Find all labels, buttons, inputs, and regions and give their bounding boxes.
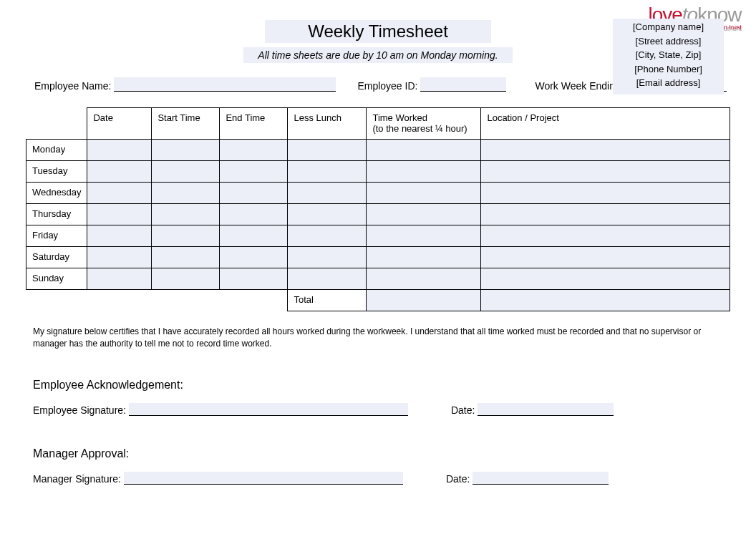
employee-sig-label: Employee Signature:: [33, 404, 126, 416]
header-location: Location / Project: [481, 108, 730, 140]
sun-start[interactable]: [152, 268, 220, 290]
day-sunday: Sunday: [26, 268, 87, 290]
tue-lunch[interactable]: [288, 161, 367, 183]
fri-loc[interactable]: [481, 225, 730, 247]
wed-loc[interactable]: [481, 183, 730, 204]
employee-date-input[interactable]: [478, 403, 614, 416]
company-name: [Company name]: [633, 20, 704, 34]
tue-end[interactable]: [220, 161, 288, 183]
company-city: [City, State, Zip]: [633, 48, 704, 62]
day-wednesday: Wednesday: [26, 183, 87, 204]
thu-worked[interactable]: [367, 204, 481, 225]
table-body: Monday Tuesday Wednesday Thursday Friday…: [26, 140, 730, 311]
day-tuesday: Tuesday: [26, 161, 87, 183]
day-friday: Friday: [26, 225, 87, 247]
row-saturday: Saturday: [26, 247, 730, 268]
total-loc[interactable]: [481, 290, 730, 311]
sat-start[interactable]: [152, 247, 220, 268]
tue-start[interactable]: [152, 161, 220, 183]
row-tuesday: Tuesday: [26, 161, 730, 183]
fri-date[interactable]: [87, 225, 152, 247]
manager-sig-row: Manager Signature: Date:: [33, 472, 723, 485]
manager-date-input[interactable]: [472, 472, 609, 485]
header-start: Start Time: [152, 108, 220, 140]
manager-sig-label: Manager Signature:: [33, 473, 121, 485]
sat-lunch[interactable]: [288, 247, 367, 268]
header-worked: Time Worked (to the nearest ¼ hour): [367, 108, 481, 140]
row-wednesday: Wednesday: [26, 183, 730, 204]
employee-sig-input[interactable]: [129, 403, 408, 416]
row-sunday: Sunday: [26, 268, 730, 290]
fri-lunch[interactable]: [288, 225, 367, 247]
manager-sig-input[interactable]: [124, 472, 403, 485]
sat-worked[interactable]: [367, 247, 481, 268]
total-label: Total: [288, 290, 367, 311]
employee-id-label: Employee ID:: [357, 80, 417, 92]
mon-loc[interactable]: [481, 140, 730, 161]
employee-sig-row: Employee Signature: Date:: [33, 403, 723, 416]
manager-approval-heading: Manager Approval:: [33, 447, 723, 460]
fri-start[interactable]: [152, 225, 220, 247]
employee-id-field: Employee ID:: [357, 77, 506, 92]
certification-text: My signature below certifies that I have…: [0, 326, 756, 350]
employee-name-input[interactable]: [114, 77, 336, 92]
fri-worked[interactable]: [367, 225, 481, 247]
sat-date[interactable]: [87, 247, 152, 268]
day-saturday: Saturday: [26, 247, 87, 268]
fri-end[interactable]: [220, 225, 288, 247]
work-week-label: Work Week Ending:: [535, 80, 623, 92]
tue-loc[interactable]: [481, 161, 730, 183]
company-email: [Email address]: [633, 76, 704, 90]
wed-lunch[interactable]: [288, 183, 367, 204]
employee-ack-section: Employee Acknowledgement: Employee Signa…: [0, 379, 756, 416]
row-friday: Friday: [26, 225, 730, 247]
employee-name-label: Employee Name:: [34, 80, 111, 92]
wed-worked[interactable]: [367, 183, 481, 204]
manager-date-label: Date:: [446, 473, 470, 485]
employee-id-input[interactable]: [420, 77, 506, 92]
header-date: Date: [87, 108, 152, 140]
sat-end[interactable]: [220, 247, 288, 268]
thu-start[interactable]: [152, 204, 220, 225]
thu-loc[interactable]: [481, 204, 730, 225]
sun-end[interactable]: [220, 268, 288, 290]
tue-worked[interactable]: [367, 161, 481, 183]
sun-worked[interactable]: [367, 268, 481, 290]
wed-date[interactable]: [87, 183, 152, 204]
wed-start[interactable]: [152, 183, 220, 204]
mon-date[interactable]: [87, 140, 152, 161]
company-info[interactable]: [Company name] [Street address] [City, S…: [613, 19, 724, 94]
wed-end[interactable]: [220, 183, 288, 204]
day-monday: Monday: [26, 140, 87, 161]
company-phone: [Phone Number]: [633, 62, 704, 77]
timesheet-table-wrap: Date Start Time End Time Less Lunch Time…: [0, 107, 756, 311]
row-total: Total: [26, 290, 730, 311]
employee-name-field: Employee Name:: [34, 77, 336, 92]
header-lunch: Less Lunch: [288, 108, 367, 140]
sun-lunch[interactable]: [288, 268, 367, 290]
sun-date[interactable]: [87, 268, 152, 290]
mon-lunch[interactable]: [288, 140, 367, 161]
employee-date-label: Date:: [451, 404, 475, 416]
day-thursday: Thursday: [26, 204, 87, 225]
mon-end[interactable]: [220, 140, 288, 161]
mon-worked[interactable]: [367, 140, 481, 161]
thu-date[interactable]: [87, 204, 152, 225]
header-blank: [26, 108, 87, 140]
manager-approval-section: Manager Approval: Manager Signature: Dat…: [0, 447, 756, 485]
thu-lunch[interactable]: [288, 204, 367, 225]
mon-start[interactable]: [152, 140, 220, 161]
total-blank: [26, 290, 288, 311]
page-subtitle: All time sheets are due by 10 am on Mond…: [243, 47, 512, 63]
timesheet-table: Date Start Time End Time Less Lunch Time…: [26, 107, 730, 311]
company-street: [Street address]: [633, 34, 704, 49]
table-header-row: Date Start Time End Time Less Lunch Time…: [26, 108, 730, 140]
sun-loc[interactable]: [481, 268, 730, 290]
total-worked[interactable]: [367, 290, 481, 311]
thu-end[interactable]: [220, 204, 288, 225]
tue-date[interactable]: [87, 161, 152, 183]
employee-ack-heading: Employee Acknowledgement:: [33, 379, 723, 392]
sat-loc[interactable]: [481, 247, 730, 268]
row-thursday: Thursday: [26, 204, 730, 225]
header-end: End Time: [220, 108, 288, 140]
